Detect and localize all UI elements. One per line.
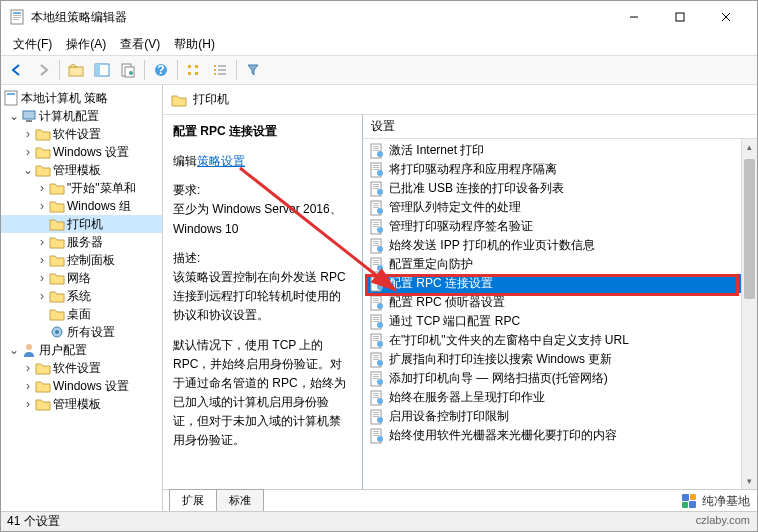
expand-icon[interactable]: › [35, 199, 49, 213]
expand-icon[interactable]: › [21, 361, 35, 375]
tree-windows-components[interactable]: › Windows 组 [1, 197, 162, 215]
list-item[interactable]: 激活 Internet 打印 [365, 141, 755, 160]
show-hide-tree-button[interactable] [90, 58, 114, 82]
folder-icon [35, 126, 51, 142]
expand-icon[interactable]: › [21, 379, 35, 393]
minimize-button[interactable] [611, 2, 657, 32]
list-item[interactable]: 通过 TCP 端口配置 RPC [365, 312, 755, 331]
maximize-button[interactable] [657, 2, 703, 32]
menu-view[interactable]: 查看(V) [114, 34, 166, 55]
svg-rect-67 [373, 264, 379, 265]
menu-help[interactable]: 帮助(H) [168, 34, 221, 55]
tree-user-config[interactable]: ⌄ 用户配置 [1, 341, 162, 359]
scroll-up-icon[interactable]: ▴ [742, 139, 757, 155]
list-item[interactable]: 已批准 USB 连接的打印设备列表 [365, 179, 755, 198]
tree-software-settings[interactable]: › 软件设置 [1, 125, 162, 143]
back-button[interactable] [5, 58, 29, 82]
list-column-header[interactable]: 设置 [363, 115, 757, 139]
tree-windows-settings-2[interactable]: › Windows 设置 [1, 377, 162, 395]
up-button[interactable] [64, 58, 88, 82]
tree-printers[interactable]: 打印机 [1, 215, 162, 233]
tree-label: 计算机配置 [39, 108, 99, 125]
tree-start-menu[interactable]: › "开始"菜单和 [1, 179, 162, 197]
list-item[interactable]: 配置 RPC 侦听器设置 [365, 293, 755, 312]
tree-system[interactable]: › 系统 [1, 287, 162, 305]
tab-extended[interactable]: 扩展 [169, 489, 217, 511]
view-list-button[interactable] [182, 58, 206, 82]
tree-admin-templates-2[interactable]: › 管理模板 [1, 395, 162, 413]
menu-file[interactable]: 文件(F) [7, 34, 58, 55]
list-item[interactable]: 将打印驱动程序和应用程序隔离 [365, 160, 755, 179]
description-text-1: 该策略设置控制在向外发送 RPC 连接到远程打印轮转机时使用的协议和协议设置。 [173, 268, 352, 326]
tree-label: 管理模板 [53, 162, 101, 179]
svg-point-73 [377, 284, 383, 290]
tree-admin-templates[interactable]: ⌄ 管理模板 [1, 161, 162, 179]
scrollbar-thumb[interactable] [744, 159, 755, 299]
scroll-down-icon[interactable]: ▾ [742, 473, 757, 489]
svg-rect-42 [373, 169, 379, 170]
expand-icon[interactable]: › [35, 253, 49, 267]
policy-item-icon [369, 371, 385, 387]
properties-button[interactable] [116, 58, 140, 82]
expand-icon[interactable]: › [21, 397, 35, 411]
tree-label: Windows 设置 [53, 378, 129, 395]
edit-policy-link[interactable]: 策略设置 [197, 154, 245, 168]
policy-item-icon [369, 352, 385, 368]
list-item[interactable]: 扩展指向和打印连接以搜索 Windows 更新 [365, 350, 755, 369]
view-details-button[interactable] [208, 58, 232, 82]
list-item[interactable]: 管理队列特定文件的处理 [365, 198, 755, 217]
close-button[interactable] [703, 2, 749, 32]
list-item[interactable]: 配置 RPC 连接设置 [365, 274, 755, 293]
svg-rect-41 [373, 167, 379, 168]
content-pane: 打印机 配置 RPC 连接设置 编辑策略设置 要求: 至少为 Windows S… [163, 85, 757, 511]
settings-list: 设置 激活 Internet 打印将打印驱动程序和应用程序隔离已批准 USB 连… [363, 115, 757, 489]
list-item[interactable]: 管理打印驱动程序签名验证 [365, 217, 755, 236]
help-button[interactable]: ? [149, 58, 173, 82]
list-item[interactable]: 在"打印机"文件夹的左窗格中自定义支持 URL [365, 331, 755, 350]
expand-icon[interactable]: › [35, 271, 49, 285]
expand-icon[interactable]: › [21, 127, 35, 141]
collapse-icon[interactable]: ⌄ [7, 343, 21, 357]
expand-icon[interactable]: › [35, 181, 49, 195]
forward-button[interactable] [31, 58, 55, 82]
list-item[interactable]: 添加打印机向导 — 网络扫描页(托管网络) [365, 369, 755, 388]
list-item[interactable]: 始终在服务器上呈现打印作业 [365, 388, 755, 407]
tree-software-settings-2[interactable]: › 软件设置 [1, 359, 162, 377]
requirements-text: 至少为 Windows Server 2016、Windows 10 [173, 200, 352, 238]
tree-all-settings[interactable]: 所有设置 [1, 323, 162, 341]
tree-desktop[interactable]: 桌面 [1, 305, 162, 323]
svg-rect-110 [373, 431, 379, 432]
description-text-2: 默认情况下，使用 TCP 上的 RPC，并始终启用身份验证。对于通过命名管道的 … [173, 336, 352, 451]
list-item[interactable]: 始终发送 IPP 打印机的作业页计数信息 [365, 236, 755, 255]
collapse-icon[interactable]: ⌄ [7, 109, 21, 123]
policy-item-icon [369, 428, 385, 444]
list-item[interactable]: 配置重定向防护 [365, 255, 755, 274]
tab-standard[interactable]: 标准 [216, 489, 264, 511]
expand-icon[interactable]: › [35, 289, 49, 303]
list-item[interactable]: 启用设备控制打印限制 [365, 407, 755, 426]
list-item-label: 配置 RPC 侦听器设置 [389, 294, 505, 311]
collapse-icon[interactable]: ⌄ [21, 163, 35, 177]
tree-network[interactable]: › 网络 [1, 269, 162, 287]
nav-tree[interactable]: 本地计算机 策略 ⌄ 计算机配置 › 软件设置 › Windows 设置 ⌄ 管… [1, 85, 163, 511]
list-body[interactable]: 激活 Internet 打印将打印驱动程序和应用程序隔离已批准 USB 连接的打… [363, 139, 757, 489]
list-item-label: 始终在服务器上呈现打印作业 [389, 389, 545, 406]
policy-item-icon [369, 238, 385, 254]
vertical-scrollbar[interactable]: ▴ ▾ [741, 139, 757, 489]
svg-point-32 [55, 330, 59, 334]
policy-item-icon [369, 181, 385, 197]
policy-item-icon [369, 390, 385, 406]
list-item[interactable]: 始终使用软件光栅器来光栅化要打印的内容 [365, 426, 755, 445]
tree-windows-settings[interactable]: › Windows 设置 [1, 143, 162, 161]
tree-servers[interactable]: › 服务器 [1, 233, 162, 251]
tree-computer-config[interactable]: ⌄ 计算机配置 [1, 107, 162, 125]
expand-icon[interactable]: › [35, 235, 49, 249]
filter-button[interactable] [241, 58, 265, 82]
menu-action[interactable]: 操作(A) [60, 34, 112, 55]
svg-rect-71 [373, 281, 379, 282]
expand-icon[interactable]: › [21, 145, 35, 159]
tree-control-panel[interactable]: › 控制面板 [1, 251, 162, 269]
view-tabs: 扩展 标准 [163, 489, 757, 511]
tree-root[interactable]: 本地计算机 策略 [1, 89, 162, 107]
folder-icon [49, 198, 65, 214]
